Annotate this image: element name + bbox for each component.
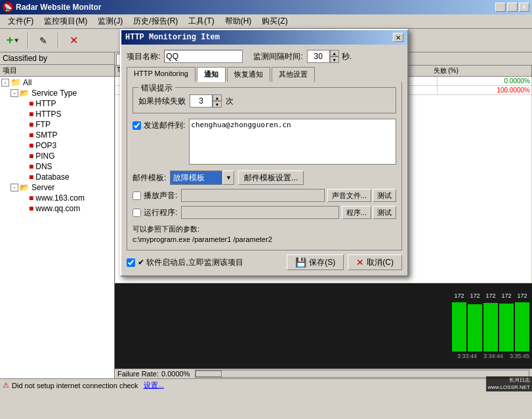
play-sound-checkbox[interactable] bbox=[133, 191, 141, 200]
cancel-button[interactable]: ✕ 取消(C) bbox=[348, 254, 402, 270]
template-label: 邮件模板: bbox=[133, 172, 166, 184]
play-sound-label: 播放声音: bbox=[144, 190, 177, 201]
send-email-label: 发送邮件到: bbox=[144, 120, 185, 131]
template-dropdown: 故障模板 ▼ bbox=[170, 170, 234, 185]
persist-unit: 次 bbox=[226, 96, 234, 107]
persist-row: 如果持续失败 ▲ ▼ 次 bbox=[138, 94, 390, 108]
note-label: 可以参照下面的参数: bbox=[133, 224, 396, 234]
send-email-checkbox[interactable] bbox=[133, 121, 141, 130]
auto-start-row: ✔ 软件启动后,立即监测该项目 bbox=[127, 257, 243, 268]
interval-spinner: ▲ ▼ bbox=[307, 50, 339, 63]
auto-start-label: ✔ 软件启动后,立即监测该项目 bbox=[138, 257, 243, 268]
project-name-row: 项目名称: 监测间隔时间: ▲ ▼ 秒. bbox=[127, 50, 402, 63]
error-section: 错误提示 如果持续失败 ▲ ▼ 次 bbox=[133, 87, 396, 113]
email-textarea[interactable]: chenghua@zhongguoren.cn bbox=[189, 119, 396, 165]
template-selected[interactable]: 故障模板 bbox=[170, 170, 222, 185]
tab-notification[interactable]: 通知 bbox=[197, 67, 226, 82]
interval-up-button[interactable]: ▲ bbox=[330, 50, 339, 56]
run-program-label: 运行程序: bbox=[144, 207, 177, 218]
dialog-bottom: ✔ 软件启动后,立即监测该项目 💾 保存(S) ✕ 取消(C) bbox=[127, 254, 402, 270]
modal-overlay: HTTP Monitoring Item ✕ 项目名称: 监测间隔时间: ▲ ▼ bbox=[0, 0, 532, 419]
run-program-checkbox[interactable] bbox=[133, 209, 141, 217]
app-window: 📡 Radar Website Monitor _ □ ✕ 文件(F) 监控项目… bbox=[0, 0, 532, 419]
note-example: c:\myprogram.exe /parameter1 /parameter2 bbox=[133, 235, 396, 243]
dialog-title: HTTP Monitoring Item bbox=[125, 33, 393, 42]
email-textarea-container: chenghua@zhongguoren.cn bbox=[189, 119, 396, 167]
cancel-label: 取消(C) bbox=[367, 257, 394, 268]
dialog-title-bar: HTTP Monitoring Item ✕ bbox=[121, 30, 407, 45]
save-label: 保存(S) bbox=[309, 257, 335, 268]
persist-up-button[interactable]: ▲ bbox=[213, 94, 222, 101]
project-name-input[interactable] bbox=[164, 50, 243, 63]
interval-unit: 秒. bbox=[342, 51, 352, 62]
template-dropdown-button[interactable]: ▼ bbox=[222, 170, 234, 185]
email-check-row: 发送邮件到: bbox=[133, 119, 185, 131]
program-button[interactable]: 程序... bbox=[342, 206, 371, 219]
interval-input[interactable] bbox=[307, 50, 330, 63]
program-row: 运行程序: 程序... 测试 bbox=[133, 206, 396, 219]
dialog-body: 项目名称: 监测间隔时间: ▲ ▼ 秒. HTTP Monitoring bbox=[121, 45, 407, 275]
persist-label: 如果持续失败 bbox=[138, 96, 186, 107]
program-test-button[interactable]: 测试 bbox=[373, 206, 396, 219]
dialog: HTTP Monitoring Item ✕ 项目名称: 监测间隔时间: ▲ ▼ bbox=[120, 29, 409, 277]
template-row: 邮件模板: 故障模板 ▼ 邮件模板设置... bbox=[133, 170, 396, 185]
tab-content: 错误提示 如果持续失败 ▲ ▼ 次 bbox=[127, 82, 402, 250]
sound-file-button[interactable]: 声音文件... bbox=[327, 189, 371, 202]
interval-label: 监测间隔时间: bbox=[253, 51, 302, 62]
persist-spinner: ▲ ▼ bbox=[190, 94, 222, 108]
persist-spinner-buttons: ▲ ▼ bbox=[213, 94, 222, 108]
interval-down-button[interactable]: ▼ bbox=[330, 56, 339, 63]
cancel-icon: ✕ bbox=[356, 257, 364, 268]
sound-test-button[interactable]: 测试 bbox=[373, 189, 396, 202]
sound-input bbox=[181, 189, 324, 202]
tab-recovery[interactable]: 恢复通知 bbox=[227, 67, 270, 82]
auto-start-checkbox[interactable] bbox=[127, 258, 135, 267]
save-icon: 💾 bbox=[295, 257, 306, 268]
error-section-title: 错误提示 bbox=[138, 83, 175, 94]
template-settings-button[interactable]: 邮件模板设置... bbox=[238, 170, 304, 185]
dialog-close-button[interactable]: ✕ bbox=[393, 33, 403, 42]
sound-row: 播放声音: 声音文件... 测试 bbox=[133, 189, 396, 202]
dialog-tabs: HTTP Monitoring 通知 恢复通知 其他设置 bbox=[127, 67, 402, 82]
program-input bbox=[181, 206, 338, 219]
note-row: 可以参照下面的参数: c:\myprogram.exe /parameter1 … bbox=[133, 224, 396, 243]
save-button[interactable]: 💾 保存(S) bbox=[287, 254, 344, 270]
persist-input[interactable] bbox=[190, 94, 213, 108]
tab-other-settings[interactable]: 其他设置 bbox=[272, 67, 315, 82]
tab-http-monitoring[interactable]: HTTP Monitoring bbox=[127, 67, 195, 82]
email-row: 发送邮件到: chenghua@zhongguoren.cn bbox=[133, 119, 396, 167]
persist-down-button[interactable]: ▼ bbox=[213, 101, 222, 108]
project-name-label: 项目名称: bbox=[127, 51, 160, 62]
interval-spinner-buttons: ▲ ▼ bbox=[330, 50, 339, 63]
